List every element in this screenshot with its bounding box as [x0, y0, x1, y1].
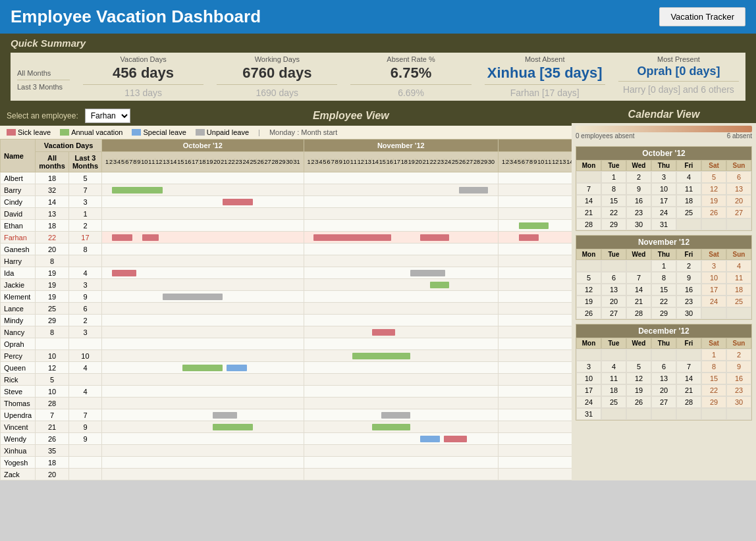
- calendar-day: 27: [601, 307, 626, 319]
- calendar-day: 4: [601, 361, 626, 373]
- special-leave-label: Special leave: [143, 128, 186, 136]
- calendar-day: 23: [676, 296, 701, 307]
- calendar-day: [726, 307, 751, 319]
- employee-view-title: Employee View: [137, 110, 565, 122]
- summary-absent-rate: Absent Rate % 6.75% 6.69%: [344, 53, 477, 101]
- name-header: Name: [1, 140, 36, 172]
- calendar-day: [651, 408, 676, 420]
- vacation-days-header: Vacation Days: [36, 140, 102, 152]
- legend-annual: Annual vacation: [60, 128, 122, 136]
- employee-table: Name Vacation Days October '12 November …: [0, 139, 572, 480]
- calendar-day: [601, 349, 626, 361]
- calendar-day: 20: [601, 296, 626, 307]
- calendar-month: November '12MonTueWedThuFriSatSun1234567…: [576, 235, 752, 320]
- calendar-day: 11: [676, 183, 701, 195]
- vacation-tracker-button[interactable]: Vacation Tracker: [659, 7, 745, 26]
- all-months-th: All months: [36, 152, 69, 172]
- calendar-day: 4: [726, 260, 751, 272]
- sick-leave-label: Sick leave: [18, 128, 51, 136]
- calendar-day: 24: [701, 296, 726, 307]
- calendar-day: [626, 260, 651, 272]
- quick-summary-title: Quick Summary: [11, 38, 745, 49]
- table-row: Lance256: [1, 303, 572, 315]
- calendar-day: 28: [676, 396, 701, 408]
- calendar-day: [726, 219, 751, 230]
- calendar-day: 10: [576, 373, 601, 384]
- calendar-day: [676, 349, 701, 361]
- calendar-container: October '12MonTueWedThuFriSatSun12345678…: [572, 146, 756, 421]
- calendar-day: 9: [726, 361, 751, 373]
- employee-select-wrapper[interactable]: Farhan: [85, 109, 130, 123]
- calendar-day: 18: [726, 284, 751, 296]
- calendar-day: 10: [651, 183, 676, 195]
- calendar-day: 27: [726, 207, 751, 219]
- calendar-day: 14: [676, 373, 701, 384]
- calendar-day: 6: [601, 272, 626, 284]
- calendar-day: 16: [676, 284, 701, 296]
- calendar-day: 4: [676, 171, 701, 183]
- table-row: Thomas28: [1, 398, 572, 409]
- most-present-all: Oprah [0 days]: [618, 64, 739, 78]
- calendar-day: 25: [601, 396, 626, 408]
- calendar-day: [651, 349, 676, 361]
- calendar-day: 20: [651, 384, 676, 396]
- calendar-day: 3: [701, 260, 726, 272]
- nov-header: November '12: [304, 140, 498, 152]
- table-row: Nancy83: [1, 326, 572, 338]
- most-absent-last3: Farhan [17 days]: [485, 88, 605, 98]
- table-row: Farhan2217: [1, 232, 572, 244]
- employee-table-wrapper: Name Vacation Days October '12 November …: [0, 139, 572, 480]
- employee-select[interactable]: Farhan: [85, 109, 130, 123]
- calendar-day: 14: [576, 195, 601, 207]
- calendar-day: 6: [651, 361, 676, 373]
- legend-special: Special leave: [132, 128, 186, 136]
- calendar-day: 18: [676, 195, 701, 207]
- vacation-days-header: Vacation Days: [83, 55, 203, 63]
- working-days-all: 6760 days: [217, 64, 337, 82]
- calendar-day: 31: [576, 408, 601, 420]
- oct-header: October '12: [102, 140, 304, 152]
- calendar-day: 25: [676, 207, 701, 219]
- calendar-day: 22: [701, 384, 726, 396]
- employee-panel-header: Select an employee: Farhan Employee View: [0, 106, 572, 126]
- calendar-day: 16: [626, 195, 651, 207]
- calendar-day: 19: [626, 384, 651, 396]
- calendar-day: 30: [626, 219, 651, 230]
- summary-working-days: Working Days 6760 days 1690 days: [210, 53, 344, 101]
- table-row: Zack20: [1, 469, 572, 480]
- calendar-day: 22: [601, 207, 626, 219]
- table-row: Ida194: [1, 267, 572, 279]
- calendar-day: [576, 171, 601, 183]
- calendar-day: 24: [576, 396, 601, 408]
- calendar-day: 11: [601, 373, 626, 384]
- calendar-day: 5: [626, 361, 651, 373]
- employee-panel: Select an employee: Farhan Employee View…: [0, 106, 572, 480]
- calendar-day: 1: [701, 349, 726, 361]
- table-row: Harry8: [1, 255, 572, 267]
- calendar-day: 12: [701, 183, 726, 195]
- calendar-day: 1: [651, 260, 676, 272]
- calendar-day: 22: [651, 296, 676, 307]
- calendar-day: 28: [576, 219, 601, 230]
- calendar-day: 31: [651, 219, 676, 230]
- absent-rate-all: 6.75%: [350, 64, 471, 82]
- calendar-month: October '12MonTueWedThuFriSatSun12345678…: [576, 146, 752, 231]
- calendar-day: 18: [601, 384, 626, 396]
- calendar-day: 15: [701, 373, 726, 384]
- calendar-day: 5: [701, 171, 726, 183]
- table-row: Queen124: [1, 362, 572, 374]
- calendar-day: 21: [626, 296, 651, 307]
- calendar-day: 7: [576, 183, 601, 195]
- most-absent-all: Xinhua [35 days]: [485, 64, 605, 82]
- calendar-day: [601, 408, 626, 420]
- calendar-day: 3: [651, 171, 676, 183]
- absence-bar-wrapper: 0 employees absent 6 absent: [572, 123, 756, 142]
- calendar-day: 7: [676, 361, 701, 373]
- calendar-day: 13: [726, 183, 751, 195]
- calendar-day: [701, 408, 726, 420]
- calendar-day: 25: [726, 296, 751, 307]
- calendar-day: [701, 307, 726, 319]
- most-present-header: Most Present: [618, 55, 739, 63]
- calendar-day: 12: [626, 373, 651, 384]
- calendar-day: 15: [601, 195, 626, 207]
